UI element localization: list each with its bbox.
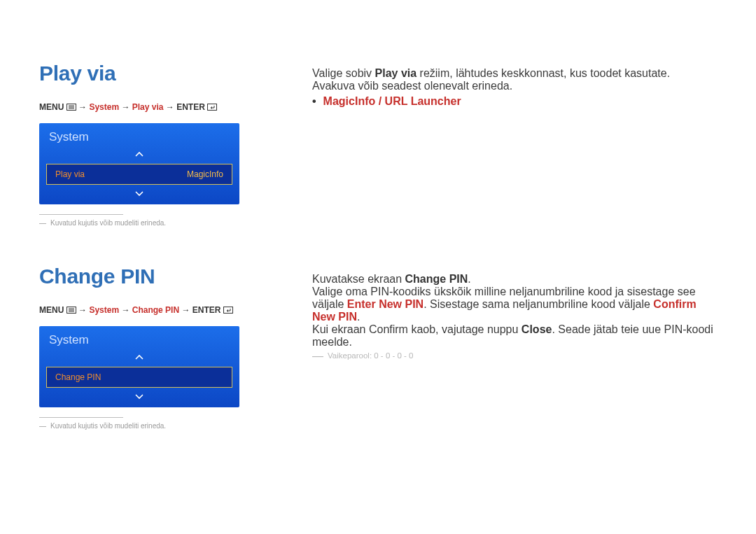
menu-icon <box>66 307 76 314</box>
text: Kuvatakse ekraan <box>312 273 405 285</box>
menu-item-play-via[interactable]: Play via MagicInfo <box>46 164 232 185</box>
chevron-up-icon[interactable] <box>39 353 239 363</box>
system-menu-panel-playvia: System Play via MagicInfo <box>39 123 239 204</box>
text-red: Enter New PIN <box>347 298 424 310</box>
spacer <box>312 108 717 273</box>
menu-label: MENU <box>39 102 64 112</box>
text: režiim, lähtudes keskkonnast, kus toodet… <box>416 67 670 79</box>
footnote-dash: ― <box>39 219 46 227</box>
menu-header: System <box>39 123 239 150</box>
text: . Sisestage sama neljanumbriline kood vä… <box>424 298 653 310</box>
heading-play-via: Play via <box>39 62 256 85</box>
menu-item-label: Change PIN <box>55 372 101 382</box>
note-text: Vaikeparool: 0 - 0 - 0 - 0 <box>328 351 414 361</box>
bullet-text: MagicInfo / URL Launcher <box>323 95 461 108</box>
path-system: System <box>89 102 119 112</box>
breadcrumb-play-via: MENU → System → Play via → ENTER <box>39 102 256 112</box>
text-strong: Change PIN <box>405 273 468 285</box>
menu-item-label: Play via <box>55 169 85 179</box>
footnote-playvia: ― Kuvatud kujutis võib mudeliti erineda. <box>39 219 256 227</box>
body-line: Avakuva võib seadest olenevalt erineda. <box>312 80 717 92</box>
arrow-icon: → <box>121 305 130 315</box>
footnote-dash: ― <box>39 422 46 430</box>
section-changepin-right: Kuvatakse ekraan Change PIN. Valige oma … <box>312 273 717 361</box>
chevron-down-icon[interactable] <box>39 189 239 199</box>
bullet-item: • MagicInfo / URL Launcher <box>312 95 717 108</box>
chevron-up-icon[interactable] <box>39 150 239 160</box>
path-system: System <box>89 305 119 315</box>
text-strong: Play via <box>375 67 417 79</box>
menu-icon <box>66 104 76 111</box>
divider <box>39 417 123 418</box>
text: . <box>357 311 360 323</box>
left-column: Play via MENU → System → Play via → ENTE… <box>39 62 256 430</box>
enter-label: ENTER <box>176 102 205 112</box>
default-password-note: ― Vaikeparool: 0 - 0 - 0 - 0 <box>312 351 717 361</box>
text-strong: Close <box>522 323 552 335</box>
text: . <box>468 273 470 285</box>
breadcrumb-change-pin: MENU → System → Change PIN → ENTER <box>39 305 256 315</box>
footnote-changepin: ― Kuvatud kujutis võib mudeliti erineda. <box>39 422 256 430</box>
arrow-icon: → <box>78 102 87 112</box>
chevron-down-icon[interactable] <box>39 392 239 402</box>
arrow-icon: → <box>181 305 190 315</box>
body-line: Kuvatakse ekraan Change PIN. <box>312 273 717 286</box>
body-line: Kui ekraan Confirm kaob, vajutage nuppu … <box>312 323 717 349</box>
enter-icon <box>207 104 217 111</box>
text: Kui ekraan Confirm kaob, vajutage nuppu <box>312 323 522 335</box>
menu-item-value: MagicInfo <box>187 169 223 179</box>
section-changepin-left: Change PIN MENU → System → Change PIN → … <box>39 265 256 430</box>
path-change-pin: Change PIN <box>132 305 179 315</box>
right-column: Valige sobiv Play via režiim, lähtudes k… <box>312 62 717 430</box>
page: Play via MENU → System → Play via → ENTE… <box>0 0 756 458</box>
menu-item-change-pin[interactable]: Change PIN <box>46 367 232 388</box>
arrow-icon: → <box>121 102 130 112</box>
footnote-text: Kuvatud kujutis võib mudeliti erineda. <box>50 219 166 227</box>
enter-label: ENTER <box>192 305 221 315</box>
bullet-dot-icon: • <box>312 95 316 108</box>
note-dash: ― <box>312 351 323 361</box>
menu-label: MENU <box>39 305 64 315</box>
body-line: Valige oma PIN-koodiks ükskõik milline n… <box>312 286 717 323</box>
enter-icon <box>223 307 233 314</box>
arrow-icon: → <box>78 305 87 315</box>
heading-change-pin: Change PIN <box>39 265 256 288</box>
text: Valige sobiv <box>312 67 375 79</box>
section-playvia-right: Valige sobiv Play via režiim, lähtudes k… <box>312 67 717 108</box>
section-playvia-left: Play via MENU → System → Play via → ENTE… <box>39 62 256 227</box>
footnote-text: Kuvatud kujutis võib mudeliti erineda. <box>50 422 166 430</box>
path-play-via: Play via <box>132 102 164 112</box>
body-line: Valige sobiv Play via režiim, lähtudes k… <box>312 67 717 80</box>
arrow-icon: → <box>166 102 174 112</box>
divider <box>39 214 123 215</box>
menu-header: System <box>39 326 239 353</box>
system-menu-panel-changepin: System Change PIN <box>39 326 239 407</box>
